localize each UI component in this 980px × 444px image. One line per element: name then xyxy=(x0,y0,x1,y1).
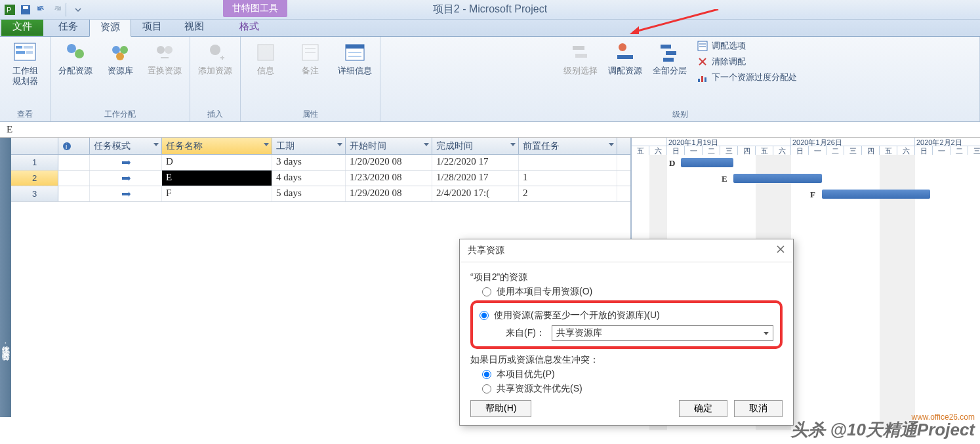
team-planner-icon xyxy=(13,41,37,64)
from-label: 来自(F)： xyxy=(506,327,545,339)
tab-file[interactable]: 文件 xyxy=(1,17,43,36)
option-own-resources[interactable]: 使用本项目专用资源(O) xyxy=(482,286,783,298)
col-mode[interactable]: 任务模式 xyxy=(90,138,162,154)
auto-schedule-icon xyxy=(121,174,131,183)
col-name[interactable]: 任务名称 xyxy=(162,138,272,154)
app-icon[interactable]: P xyxy=(3,3,17,17)
level-resource-button[interactable]: 调配资源 xyxy=(605,39,645,77)
gantt-bar[interactable] xyxy=(733,174,822,183)
row-header[interactable]: 3 xyxy=(11,186,58,201)
save-icon[interactable] xyxy=(18,3,33,17)
row-header[interactable]: 1 xyxy=(11,155,58,170)
watermark-url: www.office26.com xyxy=(912,413,975,422)
svg-rect-43 xyxy=(122,177,129,180)
gantt-bar[interactable] xyxy=(681,158,733,167)
radio-project-priority[interactable] xyxy=(482,370,491,379)
team-planner-button[interactable]: 工作组 规划器 xyxy=(5,39,45,87)
close-icon[interactable] xyxy=(776,245,785,254)
col-info[interactable]: i xyxy=(58,138,90,154)
dialog-titlebar: 共享资源 xyxy=(460,239,793,262)
name-box[interactable]: E xyxy=(0,123,171,136)
cell-end[interactable]: 1/28/2020 17 xyxy=(432,171,519,186)
cell-mode[interactable] xyxy=(90,171,162,186)
details-button[interactable]: 详细信息 xyxy=(335,39,375,77)
ok-button[interactable]: 确定 xyxy=(679,400,727,417)
cell-start[interactable]: 1/20/2020 08 xyxy=(346,155,432,170)
assign-resources-icon xyxy=(64,41,87,64)
radio-own[interactable] xyxy=(482,287,491,296)
cell-duration[interactable]: 5 days xyxy=(272,186,346,201)
cell-pred[interactable]: 1 xyxy=(519,171,617,186)
svg-point-14 xyxy=(120,46,128,54)
cell-start[interactable]: 1/23/2020 08 xyxy=(346,171,432,186)
group-label-view: 查看 xyxy=(17,109,33,120)
radio-pool[interactable] xyxy=(480,311,489,320)
option-use-pool[interactable]: 使用资源(需要至少一个开放的资源库)(U) xyxy=(480,310,773,321)
svg-rect-7 xyxy=(16,46,22,49)
cell-start[interactable]: 1/29/2020 08 xyxy=(346,186,432,201)
group-level: 级别选择 调配资源 全部分层 调配选项 清除调配 下一个资源过度分配处 级别 xyxy=(380,37,980,121)
qat-customize-icon[interactable] xyxy=(71,3,85,17)
cell-info[interactable] xyxy=(58,186,90,201)
leveling-options-button[interactable]: 调配选项 xyxy=(695,39,800,52)
col-end[interactable]: 完成时间 xyxy=(432,138,519,154)
next-overallocation-button[interactable]: 下一个资源过度分配处 xyxy=(695,71,800,84)
view-sidebar[interactable]: 线字体 · 甘特图 xyxy=(0,138,11,417)
select-all-corner[interactable] xyxy=(11,138,58,154)
timescale-day: 一 xyxy=(933,146,950,155)
table-row[interactable]: 2E4 days1/23/2020 081/28/2020 171 xyxy=(11,171,630,186)
option-pool-priority[interactable]: 共享资源文件优先(S) xyxy=(482,383,783,395)
from-combo[interactable]: 共享资源库 xyxy=(552,325,773,341)
tab-view[interactable]: 视图 xyxy=(173,17,215,36)
tab-format[interactable]: 格式 xyxy=(228,17,270,36)
timescale-week: 2020年1月19日 xyxy=(667,138,791,146)
timescale-day: 三 xyxy=(968,146,980,155)
group-label-insert: 插入 xyxy=(207,109,223,120)
table-row[interactable]: 3F5 days1/29/2020 082/4/2020 17:(2 xyxy=(11,186,630,202)
table-row[interactable]: 1D3 days1/20/2020 081/22/2020 17 xyxy=(11,155,630,171)
gantt-bar[interactable] xyxy=(822,190,930,199)
auto-schedule-icon xyxy=(121,158,131,167)
group-assign: 分配资源 资源库 置换资源 工作分配 xyxy=(51,37,190,121)
undo-icon[interactable] xyxy=(34,3,49,17)
redo-icon[interactable] xyxy=(50,3,64,17)
cell-pred[interactable]: 2 xyxy=(519,186,617,201)
cell-end[interactable]: 2/4/2020 17:( xyxy=(432,186,519,201)
assign-resources-button[interactable]: 分配资源 xyxy=(56,39,95,77)
tab-project[interactable]: 项目 xyxy=(131,17,173,36)
cell-name[interactable]: F xyxy=(162,186,272,201)
resource-pool-button[interactable]: 资源库 xyxy=(100,39,140,77)
substitute-resources-button: 置换资源 xyxy=(145,39,184,77)
cell-mode[interactable] xyxy=(90,155,162,170)
add-resource-button: 添加资源 xyxy=(195,39,235,77)
cell-mode[interactable] xyxy=(90,186,162,201)
cancel-button[interactable]: 取消 xyxy=(734,400,783,417)
col-predecessors[interactable]: 前置任务 xyxy=(519,138,617,154)
cell-info[interactable] xyxy=(58,171,90,186)
timescale-day: 二 xyxy=(950,146,968,155)
info-icon: i xyxy=(62,142,71,151)
help-button[interactable]: 帮助(H) xyxy=(470,400,531,417)
cell-info[interactable] xyxy=(58,155,90,170)
cell-duration[interactable]: 4 days xyxy=(272,171,346,186)
col-duration[interactable]: 工期 xyxy=(272,138,346,154)
clear-leveling-button[interactable]: 清除调配 xyxy=(695,55,800,68)
cell-name[interactable]: D xyxy=(162,155,272,170)
col-start[interactable]: 开始时间 xyxy=(346,138,432,154)
add-resource-icon xyxy=(203,41,227,64)
cell-end[interactable]: 1/22/2020 17 xyxy=(432,155,519,170)
svg-rect-8 xyxy=(24,46,33,49)
dropdown-icon xyxy=(424,143,429,146)
tab-resource[interactable]: 资源 xyxy=(89,18,131,37)
radio-pool-priority[interactable] xyxy=(482,384,491,394)
cell-name[interactable]: E xyxy=(162,171,272,186)
timescale-day: 五 xyxy=(880,146,897,155)
tab-task[interactable]: 任务 xyxy=(47,17,89,36)
information-button: 信息 xyxy=(246,39,285,77)
cell-pred[interactable] xyxy=(519,155,617,170)
option-project-priority[interactable]: 本项目优先(P) xyxy=(482,369,783,380)
level-all-button[interactable]: 全部分层 xyxy=(650,39,689,77)
row-header[interactable]: 2 xyxy=(11,171,58,186)
cell-duration[interactable]: 3 days xyxy=(272,155,346,170)
gantt-bar-label: F xyxy=(810,190,815,200)
